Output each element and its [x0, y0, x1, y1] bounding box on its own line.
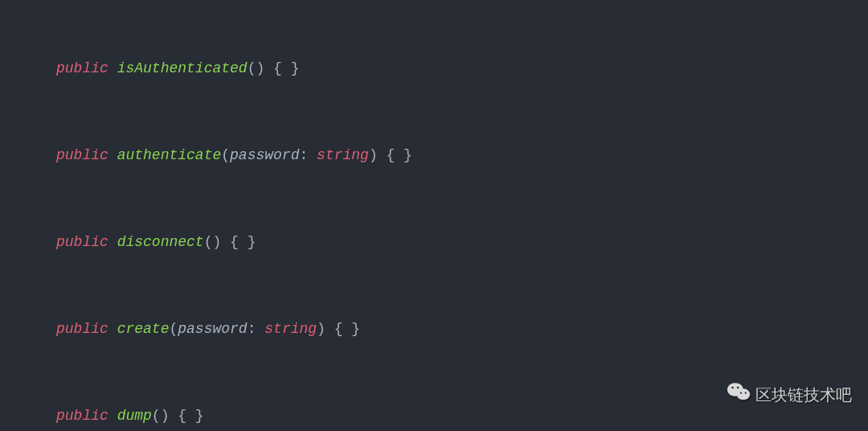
code-line: public authenticate(password: string) { … — [18, 145, 868, 166]
svg-point-4 — [740, 392, 742, 394]
svg-point-5 — [745, 392, 747, 394]
function-name: authenticate — [117, 147, 222, 163]
svg-point-1 — [737, 388, 751, 400]
function-name: disconnect — [117, 234, 204, 250]
param-name: password — [230, 147, 299, 163]
keyword: public — [56, 60, 108, 76]
code-block: public isAuthenticated() { } public auth… — [0, 14, 868, 431]
svg-point-2 — [731, 387, 734, 389]
svg-point-3 — [737, 387, 739, 389]
param-type: string — [264, 321, 317, 337]
open-paren: ( — [221, 147, 230, 163]
function-name: dump — [117, 408, 152, 424]
code-line: public disconnect() { } — [18, 232, 868, 253]
watermark: 区块链技术吧 — [727, 381, 852, 408]
close-paren: ) { } — [369, 147, 412, 163]
param-name: password — [178, 321, 247, 337]
watermark-text: 区块链技术吧 — [755, 383, 852, 407]
param-type: string — [317, 147, 369, 163]
code-line: public create(password: string) { } — [18, 318, 868, 340]
code-line: public isAuthenticated() { } — [18, 58, 868, 80]
function-name: isAuthenticated — [117, 60, 248, 76]
function-name: create — [117, 321, 170, 337]
keyword: public — [56, 321, 108, 337]
keyword: public — [56, 408, 108, 424]
keyword: public — [56, 147, 108, 163]
parens: () { } — [248, 60, 300, 76]
keyword: public — [56, 234, 108, 250]
wechat-icon — [727, 381, 751, 408]
code-line: public dump() { } — [18, 405, 868, 427]
